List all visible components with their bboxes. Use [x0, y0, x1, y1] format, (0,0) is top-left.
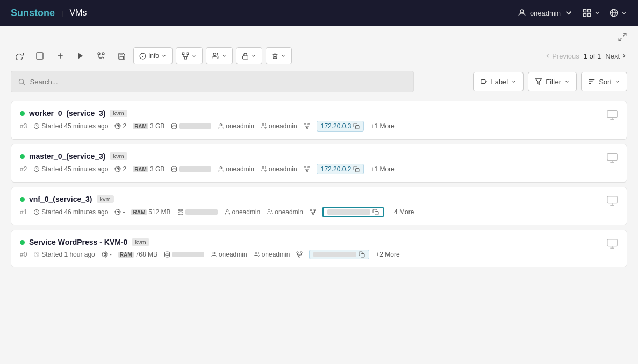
ram-label: RAM — [133, 123, 148, 129]
vm-title-row: vnf_0_(service_3) kvm — [20, 195, 598, 203]
expand-button[interactable] — [618, 32, 627, 42]
vm-monitor-icon — [606, 109, 618, 121]
vm-card-body: master_0_(service_3) kvm #2 Started 45 m… — [20, 152, 598, 174]
svg-rect-101 — [312, 214, 314, 215]
copy-icon[interactable] — [359, 251, 365, 258]
sort-button[interactable]: Sort — [581, 72, 627, 91]
vm-type-badge: kvm — [110, 110, 127, 117]
create-button[interactable] — [52, 47, 69, 64]
user-single-icon — [211, 251, 217, 258]
ram-label: RAM — [133, 166, 148, 172]
pagination-current: 1 of 1 — [584, 52, 601, 60]
pagination: Previous 1 of 1 Next — [544, 52, 627, 60]
user-item: oneadmin — [211, 251, 247, 258]
apps-menu[interactable] — [582, 8, 600, 18]
vm-monitor-icon — [606, 238, 618, 250]
disk-item — [171, 166, 211, 172]
play-button[interactable] — [72, 47, 89, 64]
disk-item — [177, 209, 218, 215]
label-button[interactable]: Label — [473, 72, 524, 91]
svg-rect-20 — [187, 53, 189, 55]
vm-card[interactable]: worker_0_(service_3) kvm #3 Started 45 m… — [11, 101, 627, 140]
vm-meta-row: #1 Started 46 minutes ago - — [20, 207, 598, 217]
grid-icon — [582, 8, 592, 18]
vm-card[interactable]: Service WordPress - KVM-0 kvm #0 Started… — [11, 230, 627, 267]
svg-rect-49 — [304, 123, 306, 125]
filter-icon — [535, 78, 542, 85]
lock-dropdown[interactable] — [236, 47, 262, 64]
user-single-icon — [218, 123, 224, 129]
filter-button[interactable]: Filter — [528, 72, 577, 91]
group-item: oneadmin — [261, 165, 297, 173]
vm-title-row: master_0_(service_3) kvm — [20, 152, 598, 161]
ip-badge: 172.20.0.3 — [317, 121, 364, 132]
previous-button[interactable]: Previous — [544, 52, 579, 60]
info-dropdown[interactable]: Info — [133, 47, 173, 64]
svg-rect-81 — [356, 169, 360, 172]
svg-rect-100 — [314, 209, 316, 211]
filter-buttons: Label Filter Sort — [473, 72, 627, 91]
ram-item: RAM 3 GB — [133, 165, 164, 173]
save-icon — [118, 52, 126, 60]
vm-meta-row: #3 Started 45 minutes ago 2 — [20, 121, 598, 132]
network-item — [304, 123, 310, 129]
vm-card-body: worker_0_(service_3) kvm #3 Started 45 m… — [20, 109, 598, 132]
user-menu[interactable]: oneadmin — [517, 8, 574, 18]
network-dropdown[interactable] — [176, 47, 203, 64]
svg-rect-132 — [607, 239, 617, 246]
vm-title-row: Service WordPress - KVM-0 kvm — [20, 238, 598, 246]
save-button[interactable] — [113, 47, 130, 64]
users-chevron-icon — [221, 53, 227, 59]
more-badge[interactable]: +2 More — [376, 251, 399, 258]
top-navigation: Sunstone | VMs oneadmin — [0, 0, 638, 26]
disk-item — [164, 251, 204, 258]
vm-card[interactable]: master_0_(service_3) kvm #2 Started 45 m… — [11, 144, 627, 183]
users-dropdown[interactable] — [206, 47, 233, 64]
clock-icon — [33, 123, 40, 129]
more-badge[interactable]: +1 More — [370, 165, 394, 173]
copy-icon[interactable] — [353, 166, 360, 172]
play-icon — [77, 52, 84, 60]
network-item — [310, 209, 316, 215]
refresh-button[interactable] — [11, 47, 28, 64]
vm-card[interactable]: vnf_0_(service_3) kvm #1 Started 46 minu… — [11, 187, 627, 225]
cpu-icon — [114, 209, 121, 215]
vm-id: #2 — [20, 165, 27, 173]
svg-rect-36 — [116, 124, 120, 128]
delete-dropdown[interactable] — [266, 47, 292, 64]
copy-icon[interactable] — [372, 209, 379, 215]
network-item — [304, 166, 310, 172]
info-chevron-icon — [161, 53, 167, 59]
more-badge[interactable]: +1 More — [370, 122, 394, 130]
group-icon — [254, 251, 260, 258]
svg-point-46 — [172, 123, 177, 125]
select-all-button[interactable] — [31, 47, 48, 64]
disk-placeholder — [185, 209, 218, 215]
disk-icon — [171, 123, 177, 129]
search-input[interactable] — [30, 78, 407, 86]
cpu-icon — [114, 166, 121, 172]
clock-icon — [33, 251, 40, 258]
svg-point-122 — [213, 252, 215, 254]
search-box[interactable] — [11, 71, 414, 92]
svg-rect-74 — [304, 166, 306, 168]
language-menu[interactable] — [609, 8, 627, 18]
more-badge[interactable]: +4 More — [390, 208, 414, 216]
network-chevron-icon — [191, 53, 197, 59]
migrate-button[interactable] — [92, 47, 110, 64]
svg-rect-37 — [117, 126, 119, 127]
svg-point-98 — [268, 210, 270, 212]
next-button[interactable]: Next — [605, 52, 627, 60]
brand: Sunstone | VMs — [11, 8, 87, 19]
svg-rect-50 — [308, 123, 310, 125]
user-chevron-icon — [564, 8, 574, 18]
vm-network-icon — [296, 251, 303, 258]
copy-icon[interactable] — [353, 123, 360, 129]
svg-rect-124 — [297, 252, 298, 253]
group-icon — [261, 166, 267, 172]
svg-rect-106 — [375, 212, 379, 215]
svg-point-73 — [262, 167, 264, 169]
vm-meta-row: #0 Started 1 hour ago - — [20, 250, 598, 259]
vm-title-row: worker_0_(service_3) kvm — [20, 109, 598, 118]
group-icon — [267, 209, 273, 215]
